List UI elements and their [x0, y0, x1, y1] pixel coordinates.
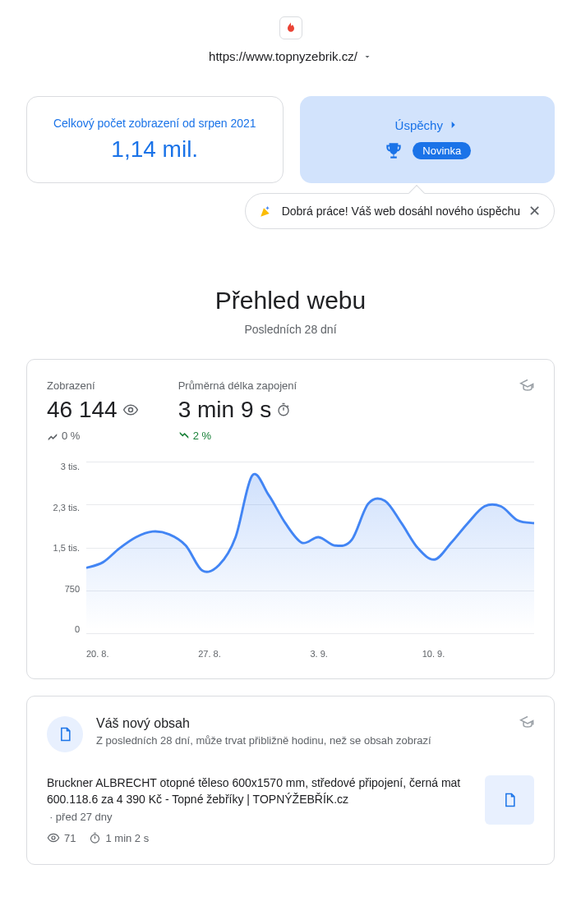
education-icon[interactable]	[519, 378, 536, 398]
page-title: Přehled webu	[0, 287, 581, 315]
engagement-label: Průměrná délka zapojení	[178, 379, 297, 392]
document-icon	[47, 716, 83, 752]
svg-point-0	[128, 408, 132, 412]
document-icon	[501, 792, 518, 808]
content-item-duration: 1 min 2 s	[89, 832, 149, 844]
stopwatch-icon	[276, 402, 291, 417]
content-item-views: 71	[47, 831, 76, 844]
views-label: Zobrazení	[47, 379, 139, 392]
education-icon[interactable]	[519, 715, 536, 734]
engagement-metric[interactable]: Průměrná délka zapojení 3 min 9 s 2 %	[178, 379, 297, 442]
overview-panel: Zobrazení 46 144 0 % Průměrná délka zapo…	[26, 359, 555, 679]
eye-icon	[47, 831, 60, 844]
achievements-card[interactable]: Úspěchy Novinka	[300, 96, 556, 183]
site-url: https://www.topnyzebrik.cz/	[209, 49, 357, 63]
eye-icon	[122, 402, 139, 418]
new-badge: Novinka	[413, 142, 471, 159]
flame-icon	[279, 16, 302, 39]
content-item[interactable]: Bruckner ALBRECHT otopné těleso 600x1570…	[47, 775, 534, 844]
close-icon[interactable]: ✕	[528, 204, 541, 218]
tooltip-text: Dobrá práce! Váš web dosáhl nového úspěc…	[282, 205, 520, 218]
content-thumbnail	[485, 775, 534, 825]
total-views-label: Celkový počet zobrazení od srpen 2021	[53, 117, 256, 130]
engagement-value: 3 min 9 s	[178, 397, 272, 423]
trend-flat-icon	[47, 430, 58, 442]
chevron-right-icon	[446, 118, 459, 131]
header-logo	[0, 0, 581, 49]
total-views-value: 1,14 mil.	[111, 136, 198, 163]
stopwatch-icon	[89, 832, 101, 844]
trophy-icon	[383, 140, 404, 162]
total-views-card[interactable]: Celkový počet zobrazení od srpen 2021 1,…	[26, 96, 284, 183]
content-panel-title: Váš nový obsah	[96, 716, 431, 731]
content-item-title: Bruckner ALBRECHT otopné těleso 600x1570…	[47, 775, 472, 807]
achievement-tooltip: Dobrá práce! Váš web dosáhl nového úspěc…	[245, 193, 555, 229]
engagement-trend: 2 %	[178, 430, 297, 442]
views-metric[interactable]: Zobrazení 46 144 0 %	[47, 379, 139, 442]
svg-point-2	[52, 836, 55, 839]
views-value: 46 144	[47, 397, 118, 423]
page-subtitle: Posledních 28 dní	[0, 323, 581, 336]
achievements-title: Úspěchy	[395, 118, 459, 132]
new-content-panel: Váš nový obsah Z posledních 28 dní, může…	[26, 696, 555, 865]
party-icon	[259, 204, 274, 218]
content-panel-subtitle: Z posledních 28 dní, může trvat přibližn…	[96, 734, 431, 747]
site-selector[interactable]: https://www.topnyzebrik.cz/	[0, 49, 581, 96]
views-chart: 3 tis.2,3 tis.1,5 tis.7500 20. 8.27. 8.3…	[47, 462, 534, 659]
trend-up-icon	[178, 430, 190, 442]
views-trend: 0 %	[47, 430, 139, 442]
content-item-age: před 27 dny	[56, 811, 113, 823]
chevron-down-icon	[362, 52, 372, 62]
